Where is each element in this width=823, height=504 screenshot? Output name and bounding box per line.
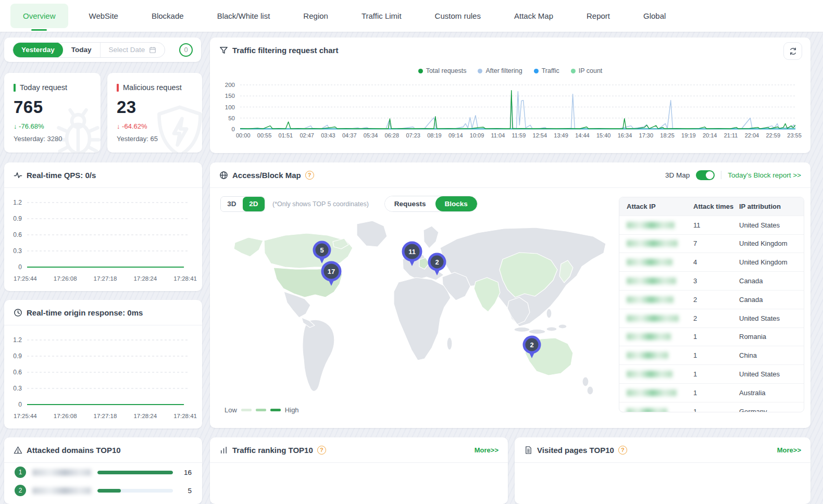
attack-table-row[interactable]: 1United States — [619, 365, 804, 384]
nav-tab-attack-map[interactable]: Attack Map — [502, 4, 566, 28]
x-tick: 21:11 — [724, 132, 738, 138]
attack-table-row[interactable]: 1China — [619, 346, 804, 365]
x-tick: 17:25:44 — [14, 275, 37, 282]
attack-ip-table[interactable]: Attack IP Attack times IP attribution 11… — [619, 197, 804, 412]
attack-table-row[interactable]: 3Canada — [619, 272, 804, 291]
todays-block-report-link[interactable]: Today's Block report >> — [728, 171, 801, 179]
access-block-map-card: Access/Block Map ? 3D Map Today's Block … — [210, 162, 810, 428]
today-request-value: 765 — [14, 97, 91, 117]
attack-times-cell: 3 — [693, 277, 739, 285]
x-tick: 15:40 — [596, 132, 611, 138]
malicious-request-card: Malicious request 23 ↓ -64.62% Yesterday… — [107, 73, 202, 153]
blurred-attack-ip — [627, 296, 674, 303]
attack-table-row[interactable]: 1Australia — [619, 384, 804, 402]
attack-table-row[interactable]: 7United Kingdom — [619, 235, 804, 254]
nav-tab-region[interactable]: Region — [291, 4, 341, 28]
x-tick: 18:25 — [660, 132, 675, 138]
blurred-attack-ip — [627, 408, 667, 412]
ip-attribution-cell: United States — [739, 314, 796, 322]
x-tick: 00:55 — [257, 132, 272, 138]
map-3d-toggle[interactable] — [696, 170, 715, 180]
calendar-icon — [149, 46, 156, 54]
nav-tab-black-white-list[interactable]: Black/White list — [205, 4, 283, 28]
blocks-button[interactable]: Blocks — [435, 196, 477, 211]
map-2d-button[interactable]: 2D — [243, 197, 265, 211]
qps-chart[interactable]: 1.20.90.60.30 17:25:4417:26:0817:27:1817… — [4, 188, 202, 290]
nav-tab-report[interactable]: Report — [574, 4, 622, 28]
attack-times-cell: 1 — [693, 370, 739, 378]
attack-table-row[interactable]: 4United Kingdom — [619, 253, 804, 272]
red-marker — [117, 84, 119, 92]
attack-times-cell: 1 — [693, 351, 739, 359]
domain-bar-fill — [97, 489, 121, 493]
requests-button[interactable]: Requests — [385, 196, 435, 211]
traffic-filtering-chart-card: Traffic filtering request chart Total re… — [210, 37, 810, 153]
help-icon[interactable]: ? — [618, 446, 627, 455]
malicious-request-delta: ↓ -64.62% — [117, 122, 193, 130]
nav-tab-global[interactable]: Global — [631, 4, 678, 28]
clock-icon — [14, 308, 22, 317]
visited-pages-more-link[interactable]: More>> — [777, 446, 801, 454]
nav-tab-traffic-limit[interactable]: Traffic Limit — [349, 4, 414, 28]
traffic-chart-plot[interactable] — [240, 83, 795, 130]
refresh-button[interactable] — [783, 42, 802, 60]
legend-swatch-low — [241, 409, 252, 411]
x-tick: 17:28:24 — [133, 413, 157, 419]
legend-label: Traffic — [542, 67, 559, 74]
ip-attribution-cell: United States — [739, 370, 796, 378]
attack-times-cell: 1 — [693, 389, 739, 397]
warning-icon — [14, 446, 22, 455]
blurred-attack-ip — [627, 315, 679, 322]
notification-count-badge[interactable]: 0 — [179, 43, 193, 57]
world-map[interactable]: 5171122 — [217, 219, 611, 412]
attack-table-row[interactable]: 1Romania — [619, 328, 804, 347]
malicious-request-value: 23 — [117, 97, 193, 117]
x-tick: 22:04 — [745, 132, 759, 138]
legend-item[interactable]: Total requests — [418, 67, 467, 74]
attack-times-cell: 7 — [693, 240, 739, 247]
yesterday-button[interactable]: Yesterday — [13, 42, 63, 58]
nav-tab-custom-rules[interactable]: Custom rules — [422, 4, 493, 28]
traffic-ranking-more-link[interactable]: More>> — [475, 446, 498, 454]
attack-times-cell: 11 — [693, 221, 739, 229]
origin-y-labels: 1.20.90.60.30 — [4, 337, 26, 408]
blurred-attack-ip — [627, 389, 677, 396]
map-3d-button[interactable]: 3D — [221, 197, 243, 211]
legend-item[interactable]: IP count — [571, 67, 603, 74]
legend-item[interactable]: Traffic — [534, 67, 559, 74]
blurred-domain-name — [32, 469, 91, 476]
legend-dot — [418, 69, 423, 73]
attacked-domains-card: Attacked domains TOP10 11625 — [4, 437, 202, 504]
x-tick: 19:19 — [681, 132, 696, 138]
attacked-domain-row[interactable]: 116 — [4, 463, 202, 481]
legend-item[interactable]: After filtering — [478, 67, 522, 74]
attack-table-row[interactable]: 2United States — [619, 309, 804, 328]
ip-attribution-cell: Canada — [739, 296, 796, 304]
svg-text:2: 2 — [435, 258, 439, 266]
svg-text:5: 5 — [320, 246, 323, 254]
nav-tab-website[interactable]: WebSite — [77, 4, 131, 28]
legend-high-label: High — [285, 406, 299, 414]
nav-tab-blockade[interactable]: Blockade — [139, 4, 196, 28]
attack-table-row[interactable]: 1Germany — [619, 402, 804, 412]
attack-table-row[interactable]: 2Canada — [619, 291, 804, 309]
x-tick: 22:59 — [766, 132, 780, 138]
x-tick: 11:59 — [512, 132, 526, 138]
nav-tab-overview[interactable]: Overview — [10, 4, 68, 28]
traffic-ranking-card: Traffic ranking TOP10 ? More>> — [210, 437, 508, 504]
help-icon[interactable]: ? — [305, 171, 314, 180]
blurred-attack-ip — [627, 222, 675, 229]
y-axis-labels: 200150100500 — [217, 80, 238, 130]
map-note: (*Only shows TOP 5 coordinates) — [272, 200, 369, 208]
x-tick: 10:09 — [470, 132, 484, 138]
help-icon[interactable]: ? — [317, 446, 326, 455]
attack-table-row[interactable]: 11United States — [619, 216, 804, 235]
origin-x-labels: 17:25:4417:26:0817:27:1817:28:2417:28:41 — [14, 413, 197, 419]
top-navbar: Overview WebSite Blockade Black/White li… — [0, 0, 823, 32]
origin-chart[interactable]: 1.20.90.60.30 17:25:4417:26:0817:27:1817… — [4, 325, 202, 427]
attacked-domain-row[interactable]: 25 — [4, 481, 202, 499]
select-date-button[interactable]: Select Date — [100, 42, 165, 58]
today-button[interactable]: Today — [63, 42, 100, 58]
realtime-origin-card: Real-time origin response: 0ms 1.20.90.6… — [4, 300, 202, 429]
domain-bar-track — [97, 471, 173, 474]
